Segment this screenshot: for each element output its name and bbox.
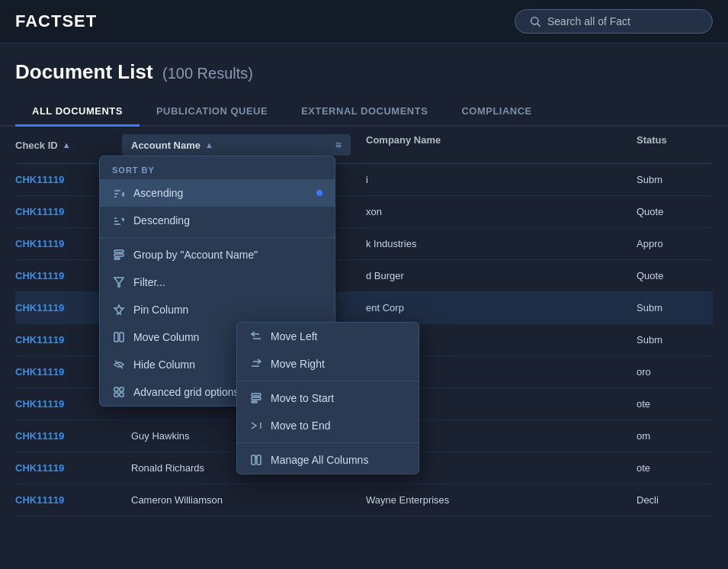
search-icon [529, 15, 541, 27]
move-right-icon [249, 357, 263, 371]
cell-status: Quote [637, 270, 713, 281]
filter-icon [112, 275, 126, 289]
account-name-sort-icon: ▲ [205, 140, 213, 149]
svg-rect-25 [252, 401, 257, 403]
svg-rect-18 [120, 393, 123, 397]
svg-point-0 [531, 18, 538, 24]
sort-by-label: SORT BY [100, 156, 335, 179]
move-start-icon [249, 391, 263, 405]
header: FACTSET Search all of Fact [0, 0, 728, 43]
results-count: (100 Results) [162, 65, 253, 82]
cell-status: Subm [637, 334, 713, 346]
dropdown-item-descending[interactable]: Descending [100, 207, 335, 234]
submenu-item-move-start[interactable]: Move to Start [237, 384, 419, 412]
check-id-sort-icon: ▲ [63, 140, 71, 149]
submenu-item-move-end[interactable]: Move to End [237, 412, 419, 439]
column-menu-icon[interactable]: ≡ [335, 139, 342, 151]
column-header-company-name[interactable]: Company Name [351, 134, 637, 156]
active-indicator [316, 190, 322, 196]
table-row: CHK11119 Cameron Williamson Wayne Enterp… [15, 484, 713, 516]
move-left-icon [249, 330, 263, 343]
cell-status: Decli [637, 494, 713, 506]
cell-status: om [637, 430, 713, 442]
group-icon [112, 248, 126, 262]
cell-status: Subm [637, 174, 713, 185]
tabs: ALL DOCUMENTS PUBLICATION QUEUE EXTERNAL… [0, 84, 728, 127]
cell-status: ote [637, 462, 713, 474]
cell-status: ote [637, 398, 713, 410]
tab-external-documents[interactable]: EXTERNAL DOCUMENTS [284, 98, 444, 127]
search-bar[interactable]: Search all of Fact [515, 9, 713, 34]
dropdown-item-ascending[interactable]: Ascending [100, 179, 335, 207]
svg-rect-12 [114, 333, 118, 342]
cell-check-id[interactable]: CHK11119 [15, 462, 122, 474]
dropdown-item-filter[interactable]: Filter... [100, 268, 335, 296]
svg-rect-8 [114, 250, 123, 252]
cell-company-name: i [351, 174, 637, 185]
cell-check-id[interactable]: CHK11119 [15, 430, 122, 442]
svg-rect-10 [114, 258, 120, 259]
submenu-divider [237, 442, 419, 443]
submenu-item-manage-columns[interactable]: Manage All Columns [237, 446, 419, 474]
svg-rect-24 [252, 397, 261, 400]
cell-account-name: Cameron Williamson [122, 494, 351, 506]
svg-marker-11 [114, 278, 123, 287]
move-icon [112, 330, 126, 344]
column-header-account-name[interactable]: Account Name ▲ ≡ [122, 134, 351, 156]
svg-rect-15 [114, 387, 118, 391]
search-placeholder-text: Search all of Fact [547, 15, 630, 27]
hide-icon [112, 358, 126, 371]
logo: FACTSET [15, 11, 97, 31]
cell-company-name: d Burger [351, 270, 637, 281]
svg-rect-9 [114, 254, 123, 256]
svg-rect-17 [114, 393, 118, 397]
cell-status: Subm [637, 302, 713, 313]
cell-status: Quote [637, 206, 713, 217]
svg-rect-28 [257, 455, 261, 465]
page-title-area: Document List (100 Results) [0, 43, 728, 84]
tab-all-documents[interactable]: ALL DOCUMENTS [15, 98, 140, 127]
page-title: Document List [15, 60, 153, 83]
svg-rect-13 [120, 333, 123, 342]
svg-rect-16 [120, 387, 123, 391]
tab-compliance[interactable]: COMPLIANCE [444, 98, 548, 127]
divider [100, 237, 335, 238]
submenu-item-move-left[interactable]: Move Left [237, 323, 419, 350]
sort-asc-icon [112, 186, 126, 200]
submenu-item-move-right[interactable]: Move Right [237, 350, 419, 378]
cell-company-name: Wayne Enterprises [351, 494, 637, 506]
tab-publication-queue[interactable]: PUBLICATION QUEUE [140, 98, 284, 127]
submenu-divider [237, 381, 419, 381]
table-area: Check ID ▲ Account Name ▲ ≡ Company Name… [0, 127, 728, 516]
dropdown-item-pin[interactable]: Pin Column [100, 296, 335, 323]
pin-icon [112, 303, 126, 317]
manage-columns-icon [249, 453, 263, 467]
cell-status: oro [637, 366, 713, 378]
column-header-check-id[interactable]: Check ID ▲ [15, 134, 122, 156]
svg-line-1 [537, 24, 540, 27]
sort-desc-icon [112, 214, 126, 227]
cell-company-name: xon [351, 206, 637, 217]
move-end-icon [249, 419, 263, 432]
cell-status: Appro [637, 238, 713, 249]
grid-options-icon [112, 385, 126, 399]
cell-company-name: k Industries [351, 238, 637, 249]
column-header-status[interactable]: Status [637, 134, 713, 156]
cell-company-name: ent Corp [351, 302, 637, 313]
move-column-submenu: Move Left Move Right Move to Star [236, 322, 419, 474]
svg-rect-23 [252, 394, 261, 396]
svg-rect-27 [252, 455, 255, 465]
dropdown-item-group[interactable]: Group by "Account Name" [100, 241, 335, 268]
cell-check-id[interactable]: CHK11119 [15, 494, 122, 506]
